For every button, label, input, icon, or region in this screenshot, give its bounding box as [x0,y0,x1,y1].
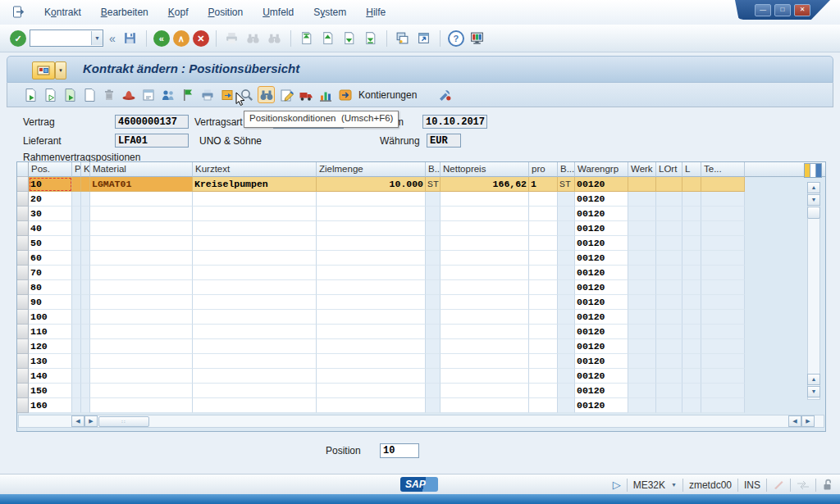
cell-nettopreis[interactable] [441,325,529,339]
cell-pro[interactable] [529,354,558,369]
cell-werk[interactable] [628,266,656,280]
cell-pro[interactable] [529,369,558,384]
cell-be[interactable] [426,384,441,398]
cell-pro[interactable] [529,236,558,251]
cell-warengrp[interactable]: 00120 [575,384,628,398]
cell-warengrp[interactable]: 00120 [575,310,628,325]
cell-l[interactable] [682,207,701,221]
cell-nettopreis[interactable] [441,398,529,413]
collapse-icon[interactable]: « [109,32,116,45]
cell-be[interactable] [426,236,441,251]
cell-p[interactable] [72,280,81,295]
cell-bp[interactable] [558,192,575,207]
cell-bp[interactable] [558,369,575,384]
cell-kurztext[interactable] [193,369,317,384]
cell-lort[interactable] [656,177,682,192]
cell-werk[interactable] [628,325,656,339]
column-header-material[interactable]: Material [90,162,193,177]
scroll-left-icon[interactable]: ◀ [71,415,84,427]
waehrung-field[interactable]: EUR [427,134,461,148]
item-detail-sheet-icon[interactable] [140,87,156,102]
cell-material[interactable] [90,266,193,280]
cell-lort[interactable] [656,384,682,398]
vertical-scrollbar-thumb[interactable] [807,207,820,219]
column-header-zielmenge[interactable]: Zielmenge [317,162,426,177]
cell-werk[interactable] [628,221,656,236]
cell-material[interactable] [90,398,193,413]
cell-bp[interactable] [558,236,575,251]
cell-pro[interactable]: 1 [529,177,558,192]
cell-te[interactable] [701,236,745,251]
cell-te[interactable] [701,280,745,295]
cell-material[interactable] [90,310,193,325]
cell-pos[interactable]: 140 [29,369,72,384]
menu-umfeld[interactable]: Umfeld [253,3,304,21]
settings-wrench-icon[interactable] [436,87,452,102]
cell-lort[interactable] [656,339,682,354]
cell-be[interactable] [426,369,441,384]
close-button[interactable]: ✕ [794,4,810,16]
cell-p[interactable] [72,266,81,280]
cell-k[interactable] [81,236,90,251]
cell-zielmenge[interactable] [317,280,426,295]
cell-be[interactable]: ST [426,177,441,192]
cell-p[interactable] [72,192,81,207]
cell-k[interactable] [81,192,90,207]
cell-te[interactable] [701,207,745,221]
cell-te[interactable] [701,369,745,384]
cell-zielmenge[interactable] [317,295,426,310]
last-page-button[interactable] [362,30,380,48]
print-preview-icon[interactable] [199,87,215,102]
column-header-te[interactable]: Te... [701,162,745,177]
cell-bp[interactable] [558,310,575,325]
cell-kurztext[interactable] [193,398,317,413]
cell-k[interactable] [81,354,90,369]
cell-pro[interactable] [529,221,558,236]
cell-werk[interactable] [628,295,656,310]
cell-material[interactable] [90,221,193,236]
create-shortcut-button[interactable] [415,30,433,48]
cell-warengrp[interactable]: 00120 [575,325,628,339]
cell-pro[interactable] [529,266,558,280]
cell-material[interactable] [90,339,193,354]
transaction-dropdown-icon[interactable]: ▼ [671,482,677,488]
cell-werk[interactable] [628,251,656,266]
cell-p[interactable] [72,236,81,251]
cell-lort[interactable] [656,354,682,369]
cell-nettopreis[interactable] [441,310,529,325]
cell-k[interactable] [81,207,90,221]
cell-lort[interactable] [656,280,682,295]
column-header-pro[interactable]: pro [529,162,558,177]
first-page-button[interactable] [298,30,316,48]
find-next-button[interactable] [266,30,284,48]
cell-warengrp[interactable]: 00120 [575,236,628,251]
cell-kurztext[interactable] [193,192,317,207]
item-display-icon[interactable] [42,87,57,102]
cell-kurztext[interactable] [193,310,317,325]
cell-kurztext[interactable] [193,339,317,354]
cell-pos[interactable]: 160 [29,398,72,413]
row-selector[interactable] [17,251,29,266]
position-field[interactable] [380,443,419,458]
cell-bp[interactable] [558,251,575,266]
cell-pos[interactable]: 130 [29,354,72,369]
cell-nettopreis[interactable] [441,384,529,398]
cell-warengrp[interactable]: 00120 [575,207,628,221]
cell-pro[interactable] [529,384,558,398]
cell-te[interactable] [701,266,745,280]
cell-kurztext[interactable] [193,221,317,236]
cell-l[interactable] [682,354,701,369]
cell-pos[interactable]: 100 [29,310,72,325]
cell-zielmenge[interactable]: 10.000 [317,177,426,192]
row-selector[interactable] [17,207,29,221]
cell-warengrp[interactable]: 00120 [575,192,628,207]
cell-pos[interactable]: 20 [29,192,72,207]
cell-k[interactable] [81,177,90,192]
cell-zielmenge[interactable] [317,325,426,339]
exit-button[interactable]: ∧ [173,30,189,47]
kontierungen-button[interactable]: Kontierungen [358,89,417,101]
save-button[interactable] [121,30,139,48]
cell-be[interactable] [426,398,441,413]
cell-be[interactable] [426,354,441,369]
cell-p[interactable] [72,369,81,384]
